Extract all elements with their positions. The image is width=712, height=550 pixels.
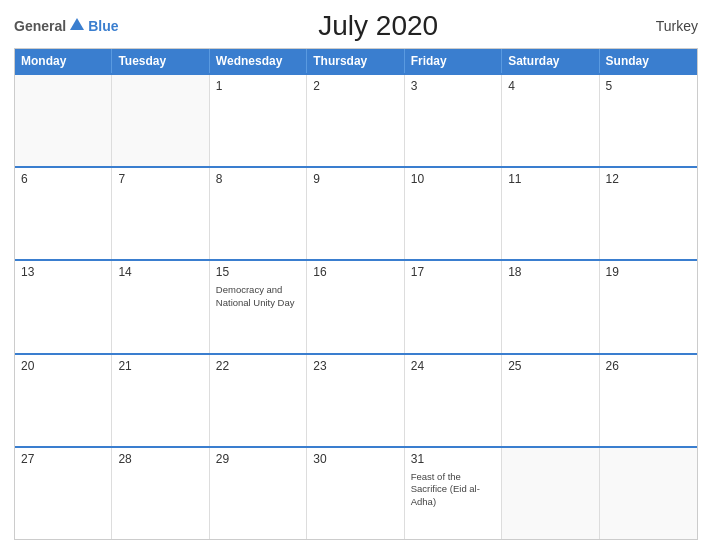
table-row: 7 — [112, 168, 209, 259]
table-row: 27 — [15, 448, 112, 539]
header-thursday: Thursday — [307, 49, 404, 73]
table-row: 11 — [502, 168, 599, 259]
table-row — [600, 448, 697, 539]
table-row: 17 — [405, 261, 502, 352]
week-4: 20 21 22 23 24 25 26 — [15, 353, 697, 446]
logo-blue: Blue — [88, 18, 118, 34]
table-row: 22 — [210, 355, 307, 446]
holiday-democracy: Democracy and National Unity Day — [216, 284, 300, 309]
table-row: 19 — [600, 261, 697, 352]
table-row: 23 — [307, 355, 404, 446]
calendar: Monday Tuesday Wednesday Thursday Friday… — [14, 48, 698, 540]
logo-triangle-icon — [70, 18, 84, 30]
table-row: 14 — [112, 261, 209, 352]
table-row: 2 — [307, 75, 404, 166]
table-row: 16 — [307, 261, 404, 352]
table-row: 24 — [405, 355, 502, 446]
table-row — [112, 75, 209, 166]
header-wednesday: Wednesday — [210, 49, 307, 73]
table-row: 3 — [405, 75, 502, 166]
country-label: Turkey — [638, 18, 698, 34]
table-row: 5 — [600, 75, 697, 166]
week-2: 6 7 8 9 10 11 12 — [15, 166, 697, 259]
page: General Blue July 2020 Turkey Monday Tue… — [0, 0, 712, 550]
table-row: 20 — [15, 355, 112, 446]
week-1: 1 2 3 4 5 — [15, 73, 697, 166]
logo-general: General — [14, 18, 66, 34]
table-row: 6 — [15, 168, 112, 259]
table-row: 15 Democracy and National Unity Day — [210, 261, 307, 352]
table-row: 9 — [307, 168, 404, 259]
table-row: 26 — [600, 355, 697, 446]
table-row: 8 — [210, 168, 307, 259]
table-row: 13 — [15, 261, 112, 352]
calendar-body: 1 2 3 4 5 6 7 8 9 10 11 12 13 14 15 — [15, 73, 697, 539]
table-row: 18 — [502, 261, 599, 352]
logo: General Blue — [14, 18, 118, 34]
table-row — [502, 448, 599, 539]
table-row: 25 — [502, 355, 599, 446]
week-5: 27 28 29 30 31 Feast of the Sacrifice (E… — [15, 446, 697, 539]
header-saturday: Saturday — [502, 49, 599, 73]
table-row: 21 — [112, 355, 209, 446]
table-row: 30 — [307, 448, 404, 539]
table-row: 31 Feast of the Sacrifice (Eid al-Adha) — [405, 448, 502, 539]
calendar-header: Monday Tuesday Wednesday Thursday Friday… — [15, 49, 697, 73]
table-row: 10 — [405, 168, 502, 259]
table-row: 28 — [112, 448, 209, 539]
header-friday: Friday — [405, 49, 502, 73]
table-row: 12 — [600, 168, 697, 259]
week-3: 13 14 15 Democracy and National Unity Da… — [15, 259, 697, 352]
table-row: 1 — [210, 75, 307, 166]
table-row: 29 — [210, 448, 307, 539]
table-row — [15, 75, 112, 166]
header: General Blue July 2020 Turkey — [14, 10, 698, 42]
holiday-eid: Feast of the Sacrifice (Eid al-Adha) — [411, 471, 495, 508]
table-row: 4 — [502, 75, 599, 166]
calendar-title: July 2020 — [118, 10, 638, 42]
header-sunday: Sunday — [600, 49, 697, 73]
header-tuesday: Tuesday — [112, 49, 209, 73]
header-monday: Monday — [15, 49, 112, 73]
